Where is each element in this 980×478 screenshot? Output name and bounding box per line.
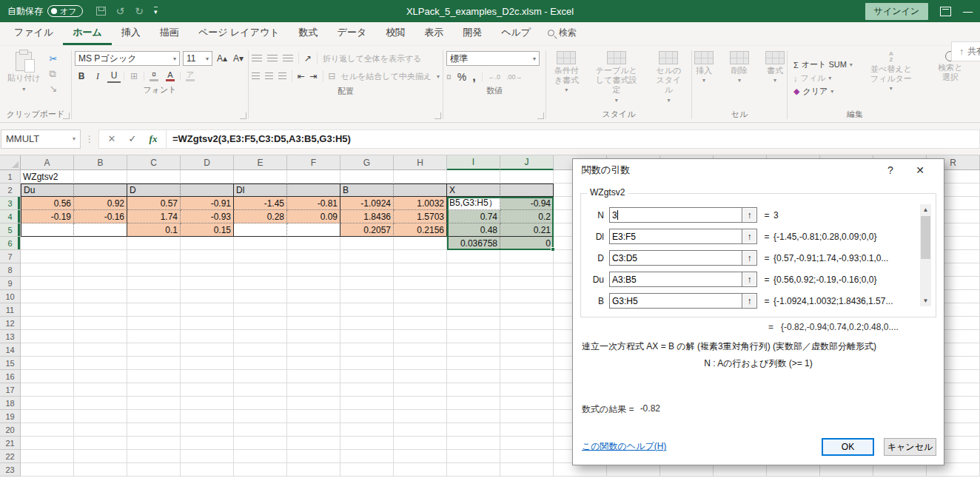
- cell-J21[interactable]: [500, 437, 554, 450]
- cell-E21[interactable]: [234, 437, 287, 450]
- cell-E8[interactable]: [234, 263, 287, 277]
- cell-D11[interactable]: [181, 303, 234, 317]
- cell-F22[interactable]: [287, 450, 340, 463]
- row-header-23[interactable]: 23: [0, 463, 21, 477]
- cell-H7[interactable]: [394, 250, 447, 263]
- cell-F23[interactable]: [287, 463, 340, 477]
- cell-A13[interactable]: [21, 330, 74, 343]
- cell-F8[interactable]: [287, 263, 340, 277]
- format-as-table-button[interactable]: テーブルとして書式設定 ▾: [588, 49, 645, 107]
- cell-C11[interactable]: [127, 303, 181, 317]
- cell-I3[interactable]: B5,G3:H5）: [447, 197, 500, 210]
- cell-C16[interactable]: [127, 370, 181, 383]
- bold-button[interactable]: B: [75, 70, 88, 83]
- font-color-button[interactable]: A: [164, 70, 177, 83]
- cell-J3[interactable]: -0.94: [500, 197, 554, 210]
- cell-G2[interactable]: B: [340, 184, 394, 197]
- cell-H19[interactable]: [394, 410, 447, 423]
- cell-H17[interactable]: [394, 383, 447, 397]
- cell-H20[interactable]: [394, 423, 447, 437]
- merge-dropdown-icon[interactable]: ▾: [437, 73, 440, 80]
- column-header-E[interactable]: E: [234, 155, 287, 170]
- name-box[interactable]: MMULT ▾: [1, 129, 81, 149]
- format-painter-icon[interactable]: ↘: [50, 83, 58, 95]
- column-header-B[interactable]: B: [74, 155, 127, 170]
- row-header-15[interactable]: 15: [0, 357, 21, 370]
- cell-C10[interactable]: [127, 290, 181, 303]
- decrease-indent-icon[interactable]: ⇤: [297, 71, 304, 81]
- cell-F19[interactable]: [287, 410, 340, 423]
- cancel-entry-icon[interactable]: ✕: [102, 133, 121, 144]
- cell-I4[interactable]: 0.74: [447, 210, 500, 223]
- customize-qat-icon[interactable]: ▾: [154, 7, 158, 16]
- cell-I11[interactable]: [447, 303, 500, 317]
- cell-G14[interactable]: [340, 343, 394, 357]
- cell-E13[interactable]: [234, 330, 287, 343]
- cell-D3[interactable]: -0.91: [181, 197, 234, 210]
- row-header-11[interactable]: 11: [0, 303, 21, 317]
- cell-C4[interactable]: 1.74: [127, 210, 181, 223]
- select-all-corner[interactable]: [0, 155, 21, 170]
- cell-H2[interactable]: [394, 184, 447, 197]
- cell-H15[interactable]: [394, 357, 447, 370]
- argument-input-du[interactable]: A3:B5 ↑: [609, 272, 757, 287]
- column-header-C[interactable]: C: [127, 155, 181, 170]
- cell-G11[interactable]: [340, 303, 394, 317]
- alignment-dialog-launcher-icon[interactable]: [434, 112, 441, 119]
- cell-B14[interactable]: [74, 343, 127, 357]
- cell-A3[interactable]: 0.56: [21, 197, 74, 210]
- cell-G22[interactable]: [340, 450, 394, 463]
- column-header-D[interactable]: D: [181, 155, 234, 170]
- cell-C1[interactable]: [127, 170, 181, 184]
- cell-C18[interactable]: [127, 397, 181, 410]
- cell-E7[interactable]: [234, 250, 287, 263]
- row-header-7[interactable]: 7: [0, 250, 21, 263]
- cell-J19[interactable]: [500, 410, 554, 423]
- redo-icon[interactable]: ↻: [135, 5, 144, 17]
- cell-I16[interactable]: [447, 370, 500, 383]
- cell-G6[interactable]: [340, 237, 394, 250]
- clear-button[interactable]: ◆ クリア ▾: [793, 86, 853, 97]
- cell-E19[interactable]: [234, 410, 287, 423]
- cell-A4[interactable]: -0.19: [21, 210, 74, 223]
- cell-H5[interactable]: 0.2156: [394, 223, 447, 237]
- cell-J8[interactable]: [500, 263, 554, 277]
- number-format-select[interactable]: 標準 ▾: [446, 51, 540, 66]
- increase-decimal-icon[interactable]: ←.0: [489, 73, 501, 81]
- argument-input-b[interactable]: G3:H5 ↑: [609, 293, 757, 309]
- tab-developer[interactable]: 開発: [453, 21, 491, 45]
- collapse-dialog-icon[interactable]: ↑: [742, 294, 756, 308]
- cell-D22[interactable]: [181, 450, 234, 463]
- cell-J13[interactable]: [500, 330, 554, 343]
- row-header-12[interactable]: 12: [0, 317, 21, 330]
- cell-G7[interactable]: [340, 250, 394, 263]
- cell-D5[interactable]: 0.15: [181, 223, 234, 237]
- cell-D10[interactable]: [181, 290, 234, 303]
- cell-F21[interactable]: [287, 437, 340, 450]
- tab-file[interactable]: ファイル: [4, 21, 63, 45]
- column-header-I[interactable]: I: [447, 155, 500, 170]
- cell-G4[interactable]: 1.8436: [340, 210, 394, 223]
- cell-J10[interactable]: [500, 290, 554, 303]
- cell-A21[interactable]: [21, 437, 74, 450]
- paste-dropdown-icon[interactable]: ▾: [22, 86, 25, 93]
- cell-I2[interactable]: X: [447, 184, 500, 197]
- collapse-dialog-icon[interactable]: ↑: [742, 229, 756, 243]
- row-header-6[interactable]: 6: [0, 237, 21, 250]
- cell-J1[interactable]: [500, 170, 554, 184]
- cell-F2[interactable]: [287, 184, 340, 197]
- cell-G10[interactable]: [340, 290, 394, 303]
- row-header-17[interactable]: 17: [0, 383, 21, 397]
- column-header-G[interactable]: G: [340, 155, 394, 170]
- share-button[interactable]: ↑ 共有: [951, 41, 980, 61]
- tab-draw[interactable]: 描画: [150, 21, 189, 45]
- cell-B9[interactable]: [74, 277, 127, 290]
- cell-H14[interactable]: [394, 343, 447, 357]
- cell-E22[interactable]: [234, 450, 287, 463]
- cell-B11[interactable]: [74, 303, 127, 317]
- cell-I18[interactable]: [447, 397, 500, 410]
- cell-E1[interactable]: [234, 170, 287, 184]
- collapse-dialog-icon[interactable]: ↑: [742, 251, 756, 265]
- cell-I13[interactable]: [447, 330, 500, 343]
- align-right-icon[interactable]: [278, 73, 286, 80]
